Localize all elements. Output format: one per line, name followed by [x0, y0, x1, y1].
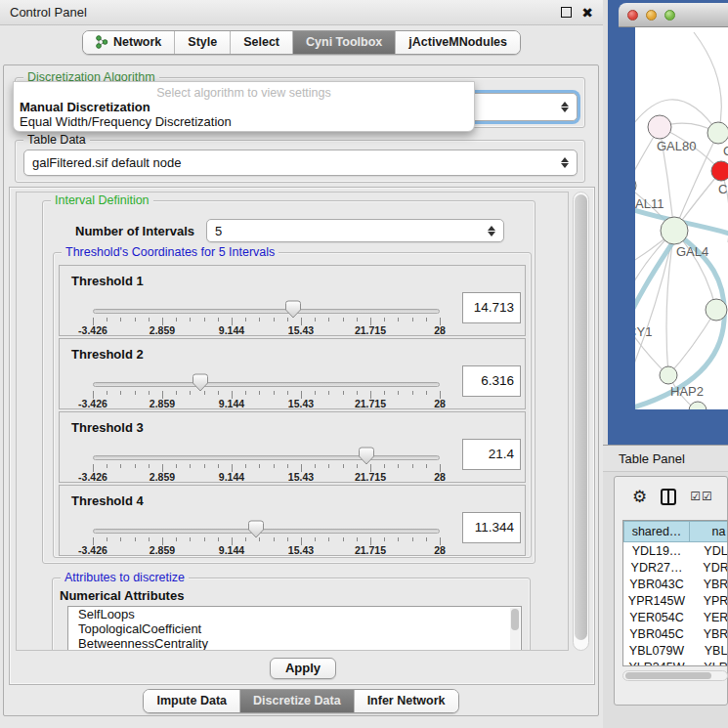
tick-label: 28 — [434, 398, 446, 409]
table-row[interactable]: YDR27…YDR2 — [623, 559, 727, 576]
minor-tick — [149, 537, 150, 541]
threshold-value-field[interactable]: 6.316 — [462, 365, 521, 397]
algorithm-option-equal-width[interactable]: Equal Width/Frequency Discretization — [14, 114, 474, 129]
table-row[interactable]: YBL079WYBL0 — [623, 642, 727, 659]
minor-tick — [245, 464, 246, 468]
minor-tick — [190, 537, 191, 541]
table-cell: YDL1 — [690, 542, 728, 559]
number-of-intervals-select[interactable]: 5 — [206, 219, 504, 242]
network-node-hap2[interactable] — [660, 366, 677, 384]
tab-style[interactable]: Style — [175, 31, 231, 54]
minor-tick — [398, 464, 399, 468]
table-row[interactable]: YER054CYER0 — [623, 609, 727, 625]
select-checkboxes-icon[interactable]: ☑☑ — [690, 490, 713, 503]
threshold-value-field[interactable]: 21.4 — [462, 439, 521, 470]
minor-tick — [245, 391, 246, 395]
tab-jactivemnodules[interactable]: jActiveMNodules — [396, 31, 520, 54]
control-panel: Control Panel ✖ NetworkStyleSelectCyni T… — [0, 0, 603, 728]
slider-thumb[interactable] — [247, 520, 265, 538]
slider-track[interactable] — [93, 309, 440, 314]
tab-select[interactable]: Select — [231, 31, 293, 54]
tab-label: Cyni Toolbox — [306, 35, 382, 49]
attribute-item[interactable]: BetweennessCentrality — [68, 636, 521, 651]
algorithm-hint-option[interactable]: Select algorithm to view settings — [14, 82, 474, 100]
table-hscrollbar-thumb[interactable] — [625, 672, 711, 679]
attribute-item[interactable]: TopologicalCoefficient — [68, 621, 521, 636]
attribute-item[interactable]: SelfLoops — [68, 607, 521, 621]
slider-thumb[interactable] — [284, 300, 302, 319]
algorithm-option-manual[interactable]: Manual Discretization — [14, 100, 474, 114]
node-table: shared…na YDL19…YDL1YDR27…YDR2YBR043CYBR… — [622, 520, 728, 666]
table-data-select-value: galFiltered.sif default node — [32, 155, 561, 170]
table-panel-title: Table Panel — [619, 451, 685, 466]
slider-ticks — [93, 464, 440, 472]
close-icon[interactable]: ✖ — [581, 6, 593, 20]
table-row[interactable]: YLR345WYLR3 — [623, 659, 727, 666]
network-node[interactable] — [689, 402, 707, 409]
tab-network[interactable]: Network — [83, 31, 175, 54]
threshold-label: Threshold 3 — [71, 420, 144, 435]
slider-track[interactable] — [93, 529, 440, 534]
stepper-arrows-icon — [561, 102, 569, 112]
gear-icon[interactable]: ⚙ — [632, 489, 647, 505]
tab-impute-data[interactable]: Impute Data — [144, 690, 240, 712]
slider-track[interactable] — [93, 455, 440, 460]
attributes-group: Attributes to discretize Numerical Attri… — [52, 578, 531, 651]
tab-cyni-toolbox[interactable]: Cyni Toolbox — [293, 31, 396, 54]
table-row[interactable]: YBR043CYBR0 — [623, 576, 727, 592]
minor-tick — [398, 537, 399, 541]
network-node-gal4[interactable] — [661, 217, 688, 244]
network-node-h[interactable] — [706, 299, 727, 321]
minor-tick — [287, 537, 288, 541]
panel-title: Control Panel — [10, 5, 87, 20]
table-data-group: Table Data galFiltered.sif default node — [15, 140, 585, 183]
network-desktop: GAL80GACGAL11GAL4GCY1HHAP2 — [608, 0, 728, 445]
attributes-list-scrollbar-thumb[interactable] — [511, 609, 519, 630]
columns-icon[interactable] — [661, 489, 676, 505]
network-node-label: GAL4 — [676, 244, 708, 259]
minor-tick — [107, 464, 107, 468]
threshold-label: Threshold 2 — [71, 347, 144, 362]
minor-tick — [107, 537, 107, 541]
minor-tick — [176, 464, 177, 468]
table-row[interactable]: YBR045CYBR0 — [623, 625, 727, 642]
network-node-gal80[interactable] — [648, 115, 671, 139]
minor-tick — [343, 537, 344, 541]
slider-track[interactable] — [93, 382, 440, 387]
minor-tick — [274, 318, 275, 321]
table-cell: YER0 — [690, 609, 728, 625]
network-node-ga[interactable] — [707, 122, 728, 144]
minor-tick — [426, 391, 427, 395]
zoom-traffic-light-icon[interactable] — [664, 10, 675, 21]
slider-thumb[interactable] — [358, 447, 375, 465]
tick-label: -3.426 — [78, 544, 107, 556]
column-header-1[interactable]: shared… — [623, 521, 690, 542]
attribute-items: SelfLoopsTopologicalCoefficientBetweenne… — [68, 607, 521, 651]
table-row[interactable]: YDL19…YDL1 — [623, 542, 727, 559]
minor-tick — [120, 318, 121, 321]
table-panel-titlebar: Table Panel — [603, 445, 728, 472]
table-data-select[interactable]: galFiltered.sif default node — [23, 150, 578, 176]
thresholds-group-title: Threshold's Coordinates for 5 Intervals — [62, 245, 278, 260]
table-cell: YBR043C — [623, 576, 690, 592]
network-view-canvas[interactable]: GAL80GACGAL11GAL4GCY1HHAP2 — [635, 27, 728, 409]
close-traffic-light-icon[interactable] — [627, 10, 638, 21]
network-node-c[interactable] — [711, 161, 728, 181]
network-edge — [694, 32, 721, 133]
minimize-traffic-light-icon[interactable] — [646, 10, 657, 21]
tab-infer-network[interactable]: Infer Network — [355, 690, 458, 712]
numerical-attributes-list: SelfLoopsTopologicalCoefficientBetweenne… — [67, 606, 522, 651]
threshold-value-field[interactable]: 14.713 — [462, 292, 521, 323]
float-window-icon[interactable] — [561, 7, 572, 18]
table-row[interactable]: YPR145WYPR1 — [623, 592, 727, 609]
column-header-2[interactable]: na — [690, 521, 728, 542]
minor-tick — [204, 537, 205, 541]
threshold-value-field[interactable]: 11.344 — [462, 512, 521, 543]
apply-button[interactable]: Apply — [270, 658, 336, 679]
minor-tick — [315, 391, 316, 395]
slider-thumb[interactable] — [192, 373, 209, 392]
tick-label: 2.859 — [150, 324, 175, 336]
tab-discretize-data[interactable]: Discretize Data — [240, 690, 355, 712]
minor-tick — [259, 318, 260, 321]
settings-scrollbar-thumb[interactable] — [575, 194, 587, 640]
